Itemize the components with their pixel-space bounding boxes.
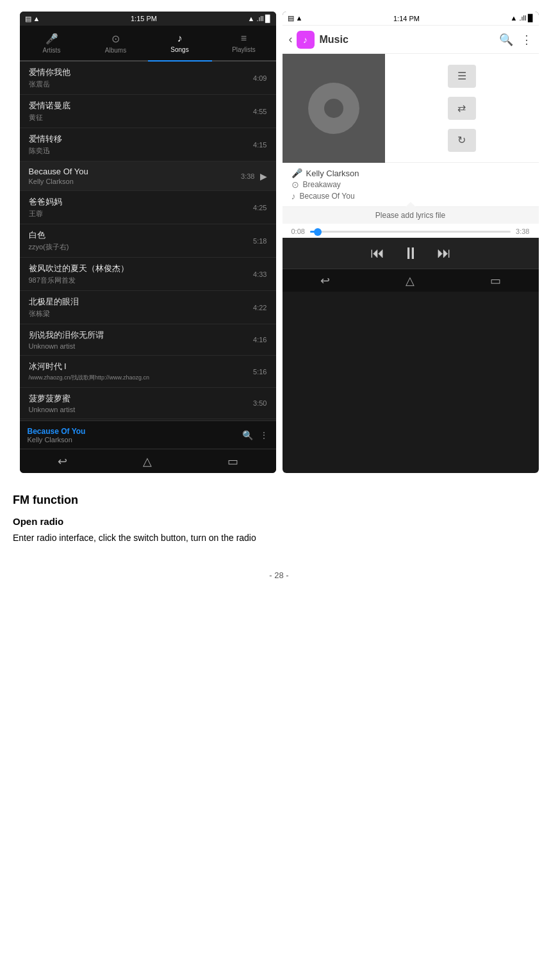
- song-info: 爱情你我他 张震岳: [29, 67, 70, 89]
- list-item[interactable]: 爸爸妈妈 王蓉 4:25: [20, 191, 276, 224]
- song-artist: /www.zhaozg.cn/找战歌网http://www.zhaozg.cn: [29, 374, 150, 382]
- song-title: 北极星的眼泪: [29, 296, 79, 308]
- song-duration: 4:15: [253, 141, 267, 149]
- artists-icon: 🎤: [45, 33, 58, 45]
- playlist-icon: ☰: [457, 70, 466, 82]
- album-name: Breakaway: [303, 180, 341, 189]
- list-item[interactable]: 北极星的眼泪 张栋梁 4:22: [20, 291, 276, 324]
- search-icon[interactable]: 🔍: [499, 33, 513, 47]
- back-button[interactable]: ↩: [320, 274, 330, 288]
- left-status-left-icons: ▤ ▲: [25, 15, 40, 23]
- song-duration: 4:55: [253, 108, 267, 115]
- list-item[interactable]: 白色 zzyo(孩子右) 5:18: [20, 224, 276, 258]
- list-item[interactable]: 爱情转移 陈奕迅 4:15: [20, 128, 276, 162]
- tab-albums-label: Albums: [105, 47, 126, 54]
- menu-icon[interactable]: ⋮: [521, 33, 532, 47]
- tab-artists[interactable]: 🎤 Artists: [20, 26, 84, 62]
- lyrics-arrow: [406, 202, 416, 207]
- song-right: 4:15: [253, 141, 267, 149]
- song-artist: Unknown artist: [29, 342, 104, 350]
- recent-button[interactable]: ▭: [227, 454, 238, 469]
- np-icons: 🔍 ⋮: [242, 430, 268, 440]
- now-info-album: ⊙ Breakaway: [291, 179, 530, 190]
- song-name: Because Of You: [300, 192, 355, 201]
- song-right: 4:25: [253, 204, 267, 212]
- music-header: ‹ ♪ Music 🔍 ⋮: [283, 26, 539, 54]
- song-duration: 4:33: [253, 270, 267, 278]
- progress-current: 0:08: [291, 228, 305, 235]
- shuffle-button[interactable]: ⇄: [448, 97, 476, 120]
- back-button[interactable]: ↩: [58, 454, 67, 469]
- tab-playlists[interactable]: ≡ Playlists: [212, 26, 276, 62]
- home-button[interactable]: △: [143, 454, 152, 469]
- song-artist: 王蓉: [29, 209, 62, 219]
- list-item[interactable]: 冰河时代 I /www.zhaozg.cn/找战歌网http://www.zha…: [20, 356, 276, 388]
- now-info-song: ♪ Because Of You: [291, 191, 530, 201]
- song-title: Because Of You: [29, 167, 88, 176]
- player-controls: ⏮ ⏸ ⏭: [283, 238, 539, 269]
- song-artist: Unknown artist: [29, 406, 76, 413]
- right-bottom-nav: ↩ △ ▭: [283, 269, 539, 292]
- albums-icon: ⊙: [111, 33, 120, 45]
- album-art-section: ☰ ⇄ ↻: [283, 54, 539, 163]
- prev-button[interactable]: ⏮: [370, 245, 384, 262]
- next-button[interactable]: ⏭: [437, 245, 451, 262]
- song-duration: 5:16: [253, 368, 267, 376]
- right-status-bar: ▤ ▲ 1:14 PM ▲ .ıll ▉: [283, 12, 539, 26]
- np-artist: Kelly Clarkson: [28, 436, 236, 444]
- back-button[interactable]: ‹: [289, 33, 293, 46]
- lyrics-placeholder: Please add lyrics file: [375, 211, 445, 220]
- menu-icon[interactable]: ⋮: [259, 430, 268, 440]
- home-button[interactable]: △: [406, 274, 414, 288]
- song-right: 4:55: [253, 108, 267, 115]
- song-right: 4:33: [253, 270, 267, 278]
- nav-tabs: 🎤 Artists ⊙ Albums ♪ Songs ≡ Playlists: [20, 26, 276, 62]
- sub-heading: Open radio: [13, 516, 545, 527]
- artist-icon: 🎤: [291, 168, 302, 178]
- progress-dot: [314, 228, 322, 236]
- controls-panel: ☰ ⇄ ↻: [385, 54, 539, 162]
- body-text: Enter radio interface, click the switch …: [13, 531, 545, 545]
- song-info: 冰河时代 I /www.zhaozg.cn/找战歌网http://www.zha…: [29, 361, 150, 382]
- song-info: 白色 zzyo(孩子右): [29, 229, 69, 252]
- list-item[interactable]: 被风吹过的夏天（林俊杰） 987音乐网首发 4:33: [20, 258, 276, 291]
- search-icon[interactable]: 🔍: [242, 430, 253, 440]
- song-duration: 3:38: [241, 172, 254, 180]
- song-title: 冰河时代 I: [29, 361, 150, 372]
- player-progress: 0:08 3:38: [283, 224, 539, 238]
- pause-button[interactable]: ⏸: [402, 244, 419, 263]
- list-item[interactable]: 菠萝菠萝蜜 Unknown artist 3:50: [20, 388, 276, 419]
- song-artist: 张栋梁: [29, 309, 79, 319]
- right-phone: ▤ ▲ 1:14 PM ▲ .ıll ▉ ‹ ♪ Music 🔍 ⋮ ☰: [283, 12, 539, 473]
- left-bottom-nav: ↩ △ ▭: [20, 449, 276, 473]
- now-info: 🎤 Kelly Clarkson ⊙ Breakaway ♪ Because O…: [283, 163, 539, 206]
- text-content: FM function Open radio Enter radio inter…: [0, 474, 558, 558]
- playlist-button[interactable]: ☰: [448, 65, 476, 88]
- song-title: 爸爸妈妈: [29, 196, 62, 208]
- list-item[interactable]: 爱情你我他 张震岳 4:09: [20, 62, 276, 95]
- progress-total: 3:38: [516, 228, 529, 235]
- progress-track[interactable]: [310, 231, 511, 233]
- song-duration: 4:16: [253, 336, 267, 344]
- recent-button[interactable]: ▭: [490, 274, 501, 288]
- header-icons: 🔍 ⋮: [499, 33, 532, 47]
- song-duration: 5:18: [253, 237, 267, 245]
- song-info: 北极星的眼泪 张栋梁: [29, 296, 79, 319]
- song-duration: 4:25: [253, 204, 267, 212]
- song-artist: 陈奕迅: [29, 146, 62, 156]
- right-status-left-icons: ▤ ▲: [288, 14, 303, 22]
- song-info: 爸爸妈妈 王蓉: [29, 196, 62, 219]
- tab-songs[interactable]: ♪ Songs: [148, 26, 212, 62]
- album-art: [283, 54, 385, 163]
- list-item[interactable]: 爱情诺曼底 黄征 4:55: [20, 95, 276, 128]
- song-info: Because Of You Kelly Clarkson: [29, 167, 88, 185]
- list-item[interactable]: 别说我的泪你无所谓 Unknown artist 4:16: [20, 324, 276, 356]
- section-heading: FM function: [13, 494, 545, 507]
- list-item[interactable]: Because Of You Kelly Clarkson 3:38 ▶: [20, 162, 276, 191]
- tab-albums[interactable]: ⊙ Albums: [84, 26, 148, 62]
- page-number: - 28 -: [0, 558, 558, 586]
- repeat-button[interactable]: ↻: [448, 129, 476, 152]
- left-status-time: 1:15 PM: [131, 15, 157, 22]
- song-info: 别说我的泪你无所谓 Unknown artist: [29, 329, 104, 350]
- playlists-icon: ≡: [241, 33, 247, 44]
